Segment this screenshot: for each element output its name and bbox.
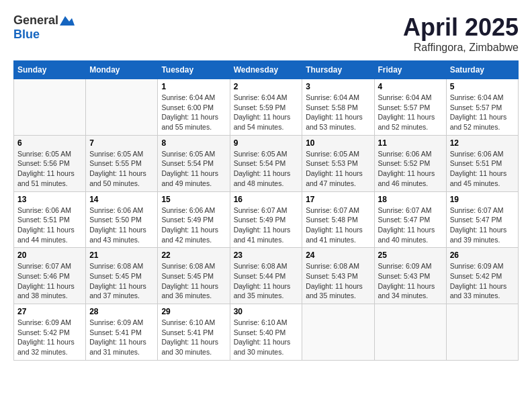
col-monday: Monday	[86, 61, 158, 79]
day-number: 5	[450, 82, 515, 91]
day-number: 14	[89, 195, 154, 204]
day-number: 8	[161, 138, 226, 148]
day-detail: Sunrise: 6:08 AMSunset: 5:43 PMDaylight:…	[306, 261, 370, 301]
col-thursday: Thursday	[302, 61, 374, 79]
calendar-cell	[446, 304, 518, 361]
day-detail: Sunrise: 6:04 AMSunset: 6:00 PMDaylight:…	[161, 93, 226, 132]
day-number: 2	[234, 82, 299, 91]
day-number: 15	[161, 195, 226, 204]
day-number: 13	[17, 195, 82, 204]
day-detail: Sunrise: 6:04 AMSunset: 5:59 PMDaylight:…	[234, 93, 299, 132]
calendar-cell: 11 Sunrise: 6:06 AMSunset: 5:52 PMDaylig…	[374, 135, 446, 191]
day-detail: Sunrise: 6:05 AMSunset: 5:55 PMDaylight:…	[89, 149, 154, 189]
day-number: 10	[306, 138, 370, 148]
day-number: 29	[161, 307, 226, 316]
calendar-cell: 22 Sunrise: 6:08 AMSunset: 5:45 PMDaylig…	[158, 248, 230, 304]
day-detail: Sunrise: 6:07 AMSunset: 5:48 PMDaylight:…	[306, 205, 370, 245]
calendar-cell: 30 Sunrise: 6:10 AMSunset: 5:40 PMDaylig…	[230, 304, 302, 361]
day-number: 26	[450, 250, 515, 260]
page-header: General Blue April 2025 Raffingora, Zimb…	[13, 13, 519, 54]
calendar-title: April 2025	[403, 13, 519, 42]
day-detail: Sunrise: 6:07 AMSunset: 5:47 PMDaylight:…	[378, 205, 443, 245]
calendar-cell: 18 Sunrise: 6:07 AMSunset: 5:47 PMDaylig…	[374, 191, 446, 248]
day-number: 16	[234, 195, 299, 204]
calendar-cell: 13 Sunrise: 6:06 AMSunset: 5:51 PMDaylig…	[14, 191, 86, 248]
day-number: 3	[306, 82, 370, 91]
day-number: 7	[89, 138, 154, 148]
header-row: Sunday Monday Tuesday Wednesday Thursday…	[14, 61, 519, 79]
day-detail: Sunrise: 6:07 AMSunset: 5:47 PMDaylight:…	[450, 205, 515, 245]
day-detail: Sunrise: 6:06 AMSunset: 5:52 PMDaylight:…	[378, 149, 443, 189]
calendar-cell: 28 Sunrise: 6:09 AMSunset: 5:41 PMDaylig…	[86, 304, 158, 361]
day-detail: Sunrise: 6:07 AMSunset: 5:49 PMDaylight:…	[234, 205, 299, 245]
calendar-cell: 10 Sunrise: 6:05 AMSunset: 5:53 PMDaylig…	[302, 135, 374, 191]
calendar-cell	[302, 304, 374, 361]
day-detail: Sunrise: 6:09 AMSunset: 5:43 PMDaylight:…	[378, 261, 443, 301]
day-detail: Sunrise: 6:06 AMSunset: 5:51 PMDaylight:…	[17, 205, 82, 245]
col-friday: Friday	[374, 61, 446, 79]
day-number: 22	[161, 250, 226, 260]
calendar-cell: 7 Sunrise: 6:05 AMSunset: 5:55 PMDayligh…	[86, 135, 158, 191]
day-detail: Sunrise: 6:05 AMSunset: 5:56 PMDaylight:…	[17, 149, 82, 189]
calendar-cell: 6 Sunrise: 6:05 AMSunset: 5:56 PMDayligh…	[14, 135, 86, 191]
calendar-cell: 21 Sunrise: 6:08 AMSunset: 5:45 PMDaylig…	[86, 248, 158, 304]
day-detail: Sunrise: 6:08 AMSunset: 5:45 PMDaylight:…	[89, 261, 154, 301]
day-detail: Sunrise: 6:05 AMSunset: 5:53 PMDaylight:…	[306, 149, 370, 189]
calendar-cell	[14, 79, 86, 136]
day-number: 17	[306, 195, 370, 204]
day-number: 18	[378, 195, 443, 204]
day-number: 24	[306, 250, 370, 260]
day-detail: Sunrise: 6:06 AMSunset: 5:49 PMDaylight:…	[161, 205, 226, 245]
day-detail: Sunrise: 6:04 AMSunset: 5:57 PMDaylight:…	[378, 93, 443, 132]
calendar-cell: 25 Sunrise: 6:09 AMSunset: 5:43 PMDaylig…	[374, 248, 446, 304]
calendar-cell: 9 Sunrise: 6:05 AMSunset: 5:54 PMDayligh…	[230, 135, 302, 191]
day-detail: Sunrise: 6:10 AMSunset: 5:41 PMDaylight:…	[161, 318, 226, 357]
title-block: April 2025 Raffingora, Zimbabwe	[403, 13, 519, 54]
day-number: 9	[234, 138, 299, 148]
calendar-cell: 15 Sunrise: 6:06 AMSunset: 5:49 PMDaylig…	[158, 191, 230, 248]
day-detail: Sunrise: 6:06 AMSunset: 5:50 PMDaylight:…	[89, 205, 154, 245]
calendar-cell: 1 Sunrise: 6:04 AMSunset: 6:00 PMDayligh…	[158, 79, 230, 136]
col-sunday: Sunday	[14, 61, 86, 79]
calendar-location: Raffingora, Zimbabwe	[403, 42, 519, 54]
calendar-cell: 26 Sunrise: 6:09 AMSunset: 5:42 PMDaylig…	[446, 248, 518, 304]
calendar-cell: 20 Sunrise: 6:07 AMSunset: 5:46 PMDaylig…	[14, 248, 86, 304]
day-detail: Sunrise: 6:09 AMSunset: 5:42 PMDaylight:…	[450, 261, 515, 301]
day-number: 12	[450, 138, 515, 148]
day-number: 19	[450, 195, 515, 204]
calendar-cell: 16 Sunrise: 6:07 AMSunset: 5:49 PMDaylig…	[230, 191, 302, 248]
calendar-cell: 29 Sunrise: 6:10 AMSunset: 5:41 PMDaylig…	[158, 304, 230, 361]
day-number: 25	[378, 250, 443, 260]
day-detail: Sunrise: 6:05 AMSunset: 5:54 PMDaylight:…	[161, 149, 226, 189]
calendar-cell: 17 Sunrise: 6:07 AMSunset: 5:48 PMDaylig…	[302, 191, 374, 248]
calendar-cell: 23 Sunrise: 6:08 AMSunset: 5:44 PMDaylig…	[230, 248, 302, 304]
day-detail: Sunrise: 6:05 AMSunset: 5:54 PMDaylight:…	[234, 149, 299, 189]
day-number: 21	[89, 250, 154, 260]
calendar-cell: 3 Sunrise: 6:04 AMSunset: 5:58 PMDayligh…	[302, 79, 374, 136]
calendar-cell: 5 Sunrise: 6:04 AMSunset: 5:57 PMDayligh…	[446, 79, 518, 136]
calendar-cell: 14 Sunrise: 6:06 AMSunset: 5:50 PMDaylig…	[86, 191, 158, 248]
day-detail: Sunrise: 6:06 AMSunset: 5:51 PMDaylight:…	[450, 149, 515, 189]
logo-general-text: General	[13, 13, 58, 28]
day-detail: Sunrise: 6:04 AMSunset: 5:58 PMDaylight:…	[306, 93, 370, 132]
col-saturday: Saturday	[446, 61, 518, 79]
day-detail: Sunrise: 6:09 AMSunset: 5:41 PMDaylight:…	[89, 318, 154, 357]
calendar-cell: 27 Sunrise: 6:09 AMSunset: 5:42 PMDaylig…	[14, 304, 86, 361]
col-tuesday: Tuesday	[158, 61, 230, 79]
col-wednesday: Wednesday	[230, 61, 302, 79]
day-number: 30	[234, 307, 299, 316]
calendar-cell: 24 Sunrise: 6:08 AMSunset: 5:43 PMDaylig…	[302, 248, 374, 304]
calendar-week-5: 27 Sunrise: 6:09 AMSunset: 5:42 PMDaylig…	[14, 304, 519, 361]
day-detail: Sunrise: 6:04 AMSunset: 5:57 PMDaylight:…	[450, 93, 515, 132]
calendar-week-2: 6 Sunrise: 6:05 AMSunset: 5:56 PMDayligh…	[14, 135, 519, 191]
day-detail: Sunrise: 6:07 AMSunset: 5:46 PMDaylight:…	[17, 261, 82, 301]
calendar-cell: 4 Sunrise: 6:04 AMSunset: 5:57 PMDayligh…	[374, 79, 446, 136]
day-detail: Sunrise: 6:09 AMSunset: 5:42 PMDaylight:…	[17, 318, 82, 357]
logo: General Blue	[13, 13, 75, 42]
day-number: 4	[378, 82, 443, 91]
calendar-cell: 8 Sunrise: 6:05 AMSunset: 5:54 PMDayligh…	[158, 135, 230, 191]
day-number: 11	[378, 138, 443, 148]
calendar-week-3: 13 Sunrise: 6:06 AMSunset: 5:51 PMDaylig…	[14, 191, 519, 248]
calendar-cell: 12 Sunrise: 6:06 AMSunset: 5:51 PMDaylig…	[446, 135, 518, 191]
logo-blue-text: Blue	[13, 28, 40, 42]
